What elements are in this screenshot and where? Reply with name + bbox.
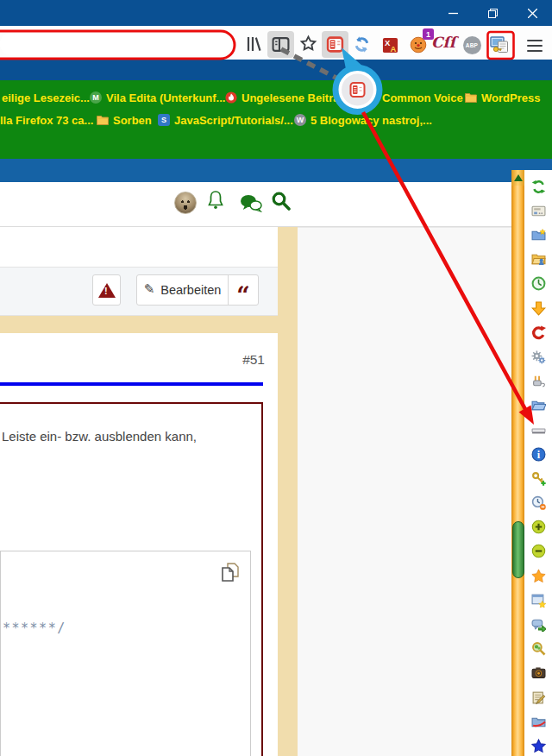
folder-open-icon[interactable] bbox=[531, 398, 546, 413]
download-arrow-icon[interactable] bbox=[531, 301, 546, 316]
bookmark-item[interactable]: MVila Edita (Unterkunf... bbox=[90, 88, 225, 107]
folder-user-icon[interactable] bbox=[531, 252, 546, 267]
folder-flag-icon[interactable] bbox=[531, 715, 546, 729]
plug-icon[interactable] bbox=[531, 374, 546, 388]
sidebar-toggle-icon[interactable] bbox=[267, 31, 294, 58]
adblock-icon[interactable]: ABP bbox=[462, 35, 481, 54]
gears-icon[interactable] bbox=[531, 350, 546, 364]
screenshot-key-icon[interactable] bbox=[490, 35, 509, 54]
favicon-icon: W bbox=[294, 114, 306, 126]
folder-new-icon[interactable] bbox=[531, 228, 546, 243]
bookmark-label: lla Firefox 73 ca... bbox=[0, 114, 93, 127]
bookmark-item[interactable]: WordPress bbox=[465, 88, 540, 107]
flame-icon bbox=[225, 91, 237, 104]
extension-sidebar: i bbox=[511, 170, 552, 756]
info-icon[interactable]: i bbox=[531, 447, 546, 462]
minimize-button[interactable] bbox=[433, 0, 473, 26]
scrollbar-thumb[interactable] bbox=[512, 521, 524, 578]
bookmark-label: Common Voice bbox=[382, 91, 463, 104]
key-add-icon[interactable] bbox=[531, 471, 546, 486]
bookmark-label: Vila Edita (Unterkunf... bbox=[106, 91, 225, 104]
navigation-toolbar: XA1CſſABP bbox=[0, 26, 552, 60]
bookmark-label: Ungelesene Beiträg... bbox=[242, 91, 355, 104]
bookmark-item[interactable]: lla Firefox 73 ca... bbox=[0, 110, 93, 129]
star-blue-icon[interactable] bbox=[531, 739, 546, 753]
folder-icon bbox=[465, 91, 477, 104]
zoom-out-icon[interactable] bbox=[531, 544, 546, 558]
post-number: #51 bbox=[242, 352, 265, 368]
translate-xa-icon[interactable]: XA bbox=[380, 35, 399, 54]
menu-icon[interactable] bbox=[525, 36, 544, 55]
window-star-icon[interactable] bbox=[531, 593, 546, 608]
notes-edit-icon[interactable] bbox=[531, 690, 546, 705]
zoom-in-icon[interactable] bbox=[531, 520, 546, 534]
library-icon[interactable] bbox=[244, 35, 263, 54]
folder-icon bbox=[97, 114, 109, 126]
code-text: ******/ bbox=[3, 621, 66, 636]
report-button[interactable] bbox=[92, 274, 121, 306]
sync-icon[interactable] bbox=[531, 180, 546, 194]
copy-code-button[interactable] bbox=[220, 562, 241, 583]
forum-post-column: ✎ Bearbeiten “ #51 Leiste ein- bzw. ausb… bbox=[0, 227, 278, 756]
section-separator-band bbox=[0, 316, 298, 333]
edit-button-label: Bearbeiten bbox=[160, 283, 221, 297]
edit-quote-button-group: ✎ Bearbeiten “ bbox=[136, 274, 259, 306]
svg-text:A: A bbox=[390, 43, 396, 53]
code-block: ******/ bbox=[0, 551, 251, 756]
forward-bubble-icon[interactable] bbox=[531, 617, 546, 632]
minimized-window-icon[interactable] bbox=[531, 422, 546, 437]
url-bar[interactable] bbox=[0, 33, 231, 55]
title-bar bbox=[0, 0, 552, 26]
quote-text: Leiste ein- bzw. ausblenden kann, bbox=[2, 428, 228, 445]
svg-text:i: i bbox=[536, 449, 540, 461]
post-actions-bar: ✎ Bearbeiten “ bbox=[0, 267, 278, 316]
window-controls bbox=[433, 0, 552, 26]
refresh-red-icon[interactable] bbox=[531, 325, 546, 340]
user-avatar[interactable] bbox=[174, 192, 197, 214]
bookmark-label: Sorben bbox=[113, 114, 152, 127]
search-green-icon[interactable] bbox=[531, 641, 546, 656]
clock-remove-icon[interactable] bbox=[531, 495, 546, 510]
quote-box: Leiste ein- bzw. ausblenden kann, ******… bbox=[0, 402, 263, 756]
warning-triangle-icon bbox=[98, 283, 116, 298]
page-content: ✎ Bearbeiten “ #51 Leiste ein- bzw. ausb… bbox=[0, 182, 552, 756]
restore-button[interactable] bbox=[473, 0, 512, 26]
bookmark-item[interactable]: Sorben bbox=[97, 110, 152, 129]
copy-icon bbox=[220, 562, 241, 583]
bell-icon[interactable] bbox=[207, 189, 224, 211]
clown-icon[interactable]: 1 bbox=[409, 35, 428, 54]
favicon-icon: S bbox=[158, 114, 170, 126]
chat-icon[interactable] bbox=[240, 194, 262, 212]
search-icon[interactable] bbox=[271, 191, 291, 211]
close-button[interactable] bbox=[512, 0, 552, 26]
timer-icon[interactable] bbox=[531, 276, 546, 291]
sidebar-extension-icon[interactable] bbox=[322, 31, 348, 58]
up-triangle-icon bbox=[514, 174, 523, 181]
css-script-icon[interactable]: Cſſ bbox=[434, 33, 453, 52]
edit-button[interactable]: ✎ Bearbeiten bbox=[137, 275, 228, 305]
bookmark-label: JavaScript/Tutorials/... bbox=[174, 114, 293, 127]
bookmark-star-icon[interactable] bbox=[298, 34, 317, 53]
camera-icon[interactable] bbox=[531, 665, 546, 680]
bookmark-item[interactable]: W5 Blogowacy nastroj,... bbox=[294, 110, 432, 129]
favicon-icon: M bbox=[90, 91, 102, 104]
page-gutter bbox=[278, 227, 298, 756]
scroll-up-button[interactable] bbox=[511, 170, 524, 186]
site-header bbox=[0, 182, 511, 227]
bookmark-item[interactable]: eilige Lesezeic... bbox=[2, 88, 90, 107]
post-card: #51 Leiste ein- bzw. ausblenden kann, **… bbox=[0, 333, 278, 756]
bookmark-item[interactable]: Common Voice bbox=[382, 88, 463, 107]
bookmarks-toolbar: eilige Lesezeic...MVila Edita (Unterkunf… bbox=[0, 80, 552, 159]
star-orange-icon[interactable] bbox=[531, 569, 546, 583]
sidebar-scrollbar[interactable] bbox=[511, 170, 524, 756]
bookmark-label: 5 Blogowacy nastroj,... bbox=[310, 114, 432, 127]
bookmark-item[interactable]: Ungelesene Beiträg... bbox=[225, 88, 355, 107]
form-banner-icon[interactable] bbox=[531, 204, 546, 218]
bookmark-label: WordPress bbox=[481, 91, 540, 104]
theme-strip bbox=[0, 60, 552, 80]
bookmark-item[interactable]: SJavaScript/Tutorials/... bbox=[158, 110, 293, 129]
quote-button[interactable]: “ bbox=[228, 275, 258, 305]
post-divider-rule bbox=[0, 382, 263, 386]
translate-sync-icon[interactable] bbox=[352, 35, 371, 54]
bookmark-label: eilige Lesezeic... bbox=[2, 91, 90, 104]
